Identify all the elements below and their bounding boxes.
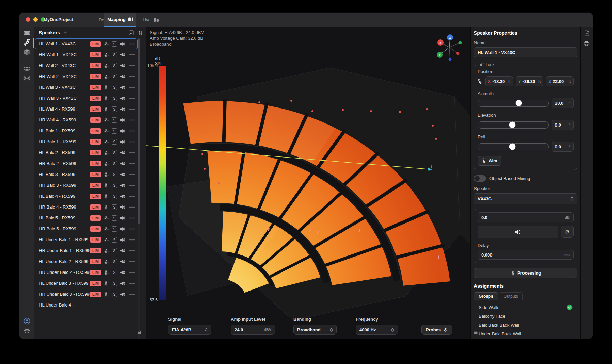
orientation-gizmo[interactable]: X Z Y [427,30,470,67]
solo-button[interactable]: S [112,226,117,232]
object-based-mixing-toggle[interactable] [474,175,486,182]
speaker-row[interactable]: HL Wall 3 - VX43CLIMS [35,82,138,93]
speaker-row[interactable]: HL Under Balc 3 - RX599LIMS [35,278,138,289]
delay-field[interactable]: 0.000ms [478,250,574,260]
server-icon[interactable] [22,29,31,37]
cube-3d-icon[interactable] [22,48,31,56]
processing-button[interactable]: Processing [474,268,577,278]
position-y-field[interactable]: Y -36.30 ft [516,76,543,86]
spl-heatmap-canvas[interactable] [146,27,470,339]
speaker-row[interactable]: HR Balc 3 - RX599LIMS [35,180,138,191]
solo-button[interactable]: S [112,215,117,221]
list-lock-icon[interactable] [138,330,142,336]
more-options-icon[interactable] [129,41,135,47]
channel-processing-icon[interactable] [104,172,109,177]
more-options-icon[interactable] [129,74,135,79]
group-item[interactable]: Balcony Face [474,312,577,320]
speaker-volume-icon[interactable] [120,194,125,199]
solo-button[interactable]: S [112,139,117,145]
speaker-array-icon[interactable] [22,38,31,47]
more-options-icon[interactable] [129,215,135,221]
solo-button[interactable]: S [112,194,117,199]
settings-gear-icon[interactable] [22,327,31,335]
speaker-volume-icon[interactable] [120,96,125,101]
speaker-volume-icon[interactable] [120,292,125,297]
channel-processing-icon[interactable] [104,161,109,166]
mute-button[interactable] [478,226,558,238]
solo-button[interactable]: S [112,106,117,112]
elevation-value-field[interactable]: 0.0° [552,120,574,130]
speaker-volume-icon[interactable] [120,128,125,134]
speaker-volume-icon[interactable] [120,270,125,275]
gizmo-neg-x-dot[interactable] [456,52,460,55]
more-options-icon[interactable] [129,161,135,166]
solo-button[interactable]: S [112,259,117,264]
solo-button[interactable]: S [112,204,117,210]
gizmo-neg-z-dot[interactable] [449,58,452,61]
azimuth-slider[interactable] [478,100,549,107]
tab-mapping[interactable]: Mapping [104,13,136,27]
export-page-icon[interactable] [129,30,134,35]
more-options-icon[interactable] [129,292,135,297]
group-item[interactable]: Under Balc Back Wall [474,329,577,338]
speaker-row[interactable]: HL Balc 3 - RX599LIMS [35,169,138,180]
more-options-icon[interactable] [129,63,135,68]
tab-outputs[interactable]: Outputs [499,292,523,300]
azimuth-value-field[interactable]: 30.0° [552,98,574,108]
roll-slider-thumb[interactable] [509,144,516,150]
channel-processing-icon[interactable] [104,248,109,253]
roll-slider[interactable] [478,143,549,150]
speaker-volume-icon[interactable] [120,41,125,47]
amp-input-field[interactable]: 24.0dBV [231,325,275,335]
speaker-volume-icon[interactable] [120,52,125,57]
more-options-icon[interactable] [129,226,135,232]
speaker-row[interactable]: HL Wall 4 - RX599LIMS [35,104,138,115]
more-options-icon[interactable] [129,270,135,275]
phase-invert-button[interactable]: φ [561,226,574,238]
channel-processing-icon[interactable] [104,281,109,286]
speaker-row[interactable]: HL Under Balc 2 - RX599LIMS [35,256,138,267]
speaker-row[interactable]: HR Under Balc 1 - RX599LIMS [35,245,138,256]
speaker-volume-icon[interactable] [120,248,125,253]
speaker-row[interactable]: HL Under Balc 4 - [35,300,138,311]
more-options-icon[interactable] [129,281,135,286]
solo-button[interactable]: S [112,150,117,155]
signal-dropdown[interactable]: EIA-426B [168,325,211,335]
speaker-volume-icon[interactable] [120,74,125,79]
solo-button[interactable]: S [112,41,117,47]
solo-button[interactable]: S [112,172,117,177]
more-options-icon[interactable] [129,172,135,177]
more-options-icon[interactable] [129,248,135,253]
solo-button[interactable]: S [112,281,117,286]
solo-button[interactable]: S [112,52,117,57]
panel-lock-icon[interactable] [474,330,478,336]
azimuth-slider-thumb[interactable] [516,100,522,106]
speakers-scrollbar[interactable] [138,38,140,339]
speaker-row[interactable]: HL Wall 2 - VX43CLIMS [35,60,138,71]
close-window-button[interactable] [26,17,30,22]
channel-processing-icon[interactable] [104,292,109,297]
more-options-icon[interactable] [129,96,135,101]
solo-button[interactable]: S [112,161,117,166]
gain-field[interactable]: 0.0dB [478,212,574,222]
speaker-volume-icon[interactable] [120,117,125,123]
gizmo-x-axis[interactable]: X [437,39,444,46]
solo-button[interactable]: S [112,292,117,297]
channel-processing-icon[interactable] [104,139,109,145]
solo-button[interactable]: S [112,85,117,90]
more-options-icon[interactable] [129,117,135,123]
gizmo-z-axis[interactable]: Z [447,34,453,40]
sort-icon[interactable] [138,30,143,35]
more-options-icon[interactable] [129,106,135,112]
gizmo-neg-y-dot[interactable] [459,41,462,44]
name-field[interactable]: HL Wall 1 - VX43C [474,47,577,57]
more-options-icon[interactable] [129,183,135,188]
channel-processing-icon[interactable] [104,41,109,47]
speaker-volume-icon[interactable] [120,183,125,188]
speaker-row[interactable]: HR Balc 4 - RX599LIMS [35,202,138,213]
solo-button[interactable]: S [112,270,117,275]
channel-processing-icon[interactable] [104,128,109,134]
more-options-icon[interactable] [129,259,135,264]
solo-button[interactable]: S [112,74,117,79]
speaker-row[interactable]: HR Balc 2 - RX599LIMS [35,158,138,169]
